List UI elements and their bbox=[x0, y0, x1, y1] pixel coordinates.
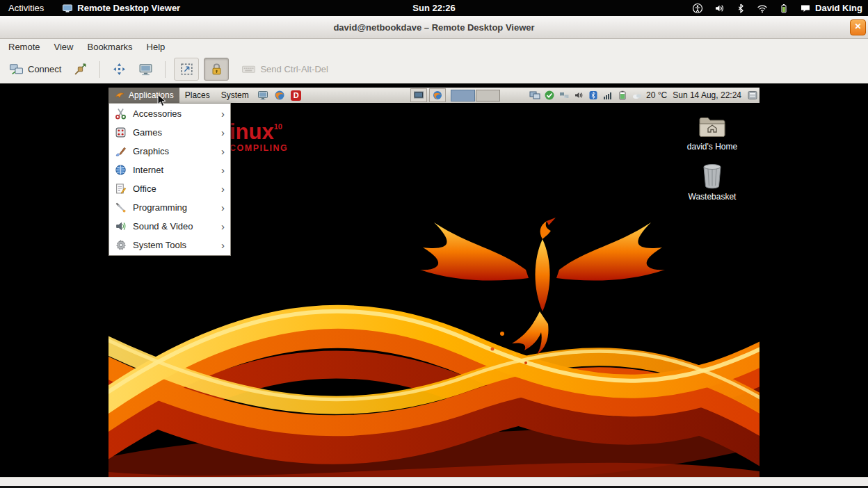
weather-temperature[interactable]: 20 °C bbox=[646, 90, 667, 100]
accessories-icon bbox=[115, 108, 127, 120]
menu-item-internet[interactable]: Internet › bbox=[110, 161, 230, 179]
system-menu-label: System bbox=[221, 90, 249, 100]
menu-view[interactable]: View bbox=[47, 40, 81, 54]
workspace-1[interactable] bbox=[451, 90, 475, 101]
menu-bookmarks[interactable]: Bookmarks bbox=[80, 40, 139, 54]
screenshot-launcher[interactable] bbox=[255, 88, 271, 103]
web-browser-icon bbox=[274, 90, 285, 101]
menu-item-accessories[interactable]: Accessories › bbox=[110, 104, 230, 123]
connect-button[interactable]: Connect bbox=[4, 59, 66, 79]
applications-menu-label: Applications bbox=[129, 90, 174, 100]
wifi-icon[interactable] bbox=[757, 3, 768, 14]
menu-item-programming[interactable]: Programming › bbox=[110, 198, 230, 217]
games-icon bbox=[115, 127, 127, 138]
screenshot-button[interactable] bbox=[134, 59, 158, 79]
submenu-arrow-icon: › bbox=[221, 184, 225, 194]
battery-icon[interactable] bbox=[778, 3, 789, 14]
system-tools-icon bbox=[115, 239, 127, 251]
toolbar-separator bbox=[99, 61, 100, 78]
submenu-arrow-icon: › bbox=[221, 127, 225, 138]
window-statusbar bbox=[0, 477, 868, 488]
user-name-label: David King bbox=[815, 3, 862, 13]
weather-cloud-icon[interactable] bbox=[632, 90, 643, 101]
accessibility-icon[interactable] bbox=[692, 3, 703, 14]
connect-label: Connect bbox=[28, 64, 61, 74]
lock-icon bbox=[209, 62, 224, 76]
remote-display-icon[interactable] bbox=[529, 90, 540, 101]
network-icon[interactable] bbox=[558, 90, 570, 101]
bluetooth-icon[interactable] bbox=[735, 3, 746, 14]
focused-app-title: Remote Desktop Viewer bbox=[77, 3, 180, 13]
shell-left-group: Activities Remote Desktop Viewer bbox=[8, 0, 180, 16]
scale-icon bbox=[179, 62, 194, 76]
screen: Activities Remote Desktop Viewer Sun 22:… bbox=[0, 0, 868, 488]
send-ctrl-alt-del-label: Send Ctrl-Alt-Del bbox=[260, 64, 328, 74]
activities-button[interactable]: Activities bbox=[8, 3, 44, 13]
distro-logo-icon bbox=[114, 90, 125, 101]
menu-item-label: Games bbox=[133, 127, 162, 138]
mouse-cursor bbox=[157, 94, 167, 111]
connect-icon bbox=[9, 62, 24, 76]
remote-desktop-screen[interactable]: inux10 COMPILING david's Home bbox=[108, 88, 760, 477]
web-browser-launcher[interactable] bbox=[271, 88, 288, 103]
app-window-icon bbox=[62, 3, 73, 14]
submenu-arrow-icon: › bbox=[221, 165, 225, 175]
keyboard-icon bbox=[241, 62, 256, 76]
toolbar-separator bbox=[165, 61, 166, 78]
home-folder-desktop-icon[interactable]: david's Home bbox=[687, 115, 737, 152]
submenu-arrow-icon: › bbox=[221, 108, 225, 119]
chat-bubble-icon bbox=[800, 3, 811, 14]
menu-item-label: System Tools bbox=[133, 240, 186, 250]
system-menu[interactable]: System bbox=[216, 88, 255, 103]
submenu-arrow-icon: › bbox=[221, 146, 225, 156]
d-app-launcher[interactable]: D bbox=[288, 88, 305, 103]
focused-app-indicator[interactable]: Remote Desktop Viewer bbox=[62, 3, 180, 14]
user-menu[interactable]: David King bbox=[800, 3, 862, 14]
keyboard-grab-toggle[interactable] bbox=[204, 58, 229, 81]
remote-viewer-area: inux10 COMPILING david's Home bbox=[0, 83, 868, 477]
shell-status-area: David King bbox=[692, 0, 862, 16]
volume-tray-icon[interactable] bbox=[573, 90, 584, 101]
window-button-screenshot[interactable] bbox=[410, 88, 427, 102]
fullscreen-button[interactable] bbox=[107, 59, 131, 79]
brand-compiling-text: COMPILING bbox=[230, 144, 288, 153]
updates-ok-icon[interactable] bbox=[544, 90, 555, 101]
bluetooth-tray-icon[interactable] bbox=[588, 90, 599, 101]
menu-remote[interactable]: Remote bbox=[1, 40, 47, 54]
menu-item-label: Internet bbox=[133, 165, 163, 175]
menu-item-graphics[interactable]: Graphics › bbox=[110, 142, 230, 161]
scaling-toggle[interactable] bbox=[174, 58, 199, 81]
disconnect-button[interactable] bbox=[68, 59, 93, 79]
menu-item-office[interactable]: Office › bbox=[110, 179, 230, 198]
applications-dropdown-menu: Accessories › Games › bbox=[108, 103, 231, 256]
brand-sup-text: 10 bbox=[274, 122, 282, 131]
remote-clock[interactable]: Sun 14 Aug, 22:24 bbox=[670, 90, 744, 100]
battery-tray-icon[interactable] bbox=[617, 90, 628, 101]
window-titlebar[interactable]: david@netbookdave – Remote Desktop Viewe… bbox=[0, 16, 868, 39]
notes-tray-icon[interactable] bbox=[747, 90, 758, 101]
places-menu[interactable]: Places bbox=[179, 88, 216, 103]
office-icon bbox=[115, 183, 127, 195]
places-menu-label: Places bbox=[185, 90, 210, 100]
signal-strength-icon[interactable] bbox=[602, 90, 613, 101]
submenu-arrow-icon: › bbox=[221, 202, 225, 213]
notification-tray: 20 °C Sun 14 Aug, 22:24 bbox=[529, 88, 758, 103]
sound-video-icon bbox=[115, 220, 127, 232]
menu-item-games[interactable]: Games › bbox=[110, 123, 230, 142]
home-folder-label: david's Home bbox=[687, 142, 737, 152]
menu-item-sound-video[interactable]: Sound & Video › bbox=[110, 217, 230, 236]
shell-top-bar: Activities Remote Desktop Viewer Sun 22:… bbox=[0, 0, 868, 16]
window-button-browser[interactable] bbox=[429, 88, 446, 102]
workspace-2[interactable] bbox=[476, 90, 500, 101]
menu-help[interactable]: Help bbox=[140, 40, 172, 54]
wastebasket-desktop-icon[interactable]: Wastebasket bbox=[689, 163, 737, 202]
applications-menu[interactable]: Applications bbox=[108, 88, 179, 103]
volume-icon[interactable] bbox=[714, 3, 725, 14]
window-thumb-globe-icon bbox=[432, 90, 443, 101]
menu-item-system-tools[interactable]: System Tools › bbox=[110, 236, 230, 254]
disconnect-icon bbox=[73, 62, 88, 76]
submenu-arrow-icon: › bbox=[221, 240, 225, 250]
window-thumb-icon bbox=[413, 90, 424, 101]
wastebasket-icon bbox=[700, 163, 724, 189]
close-button[interactable]: ✕ bbox=[850, 19, 866, 35]
